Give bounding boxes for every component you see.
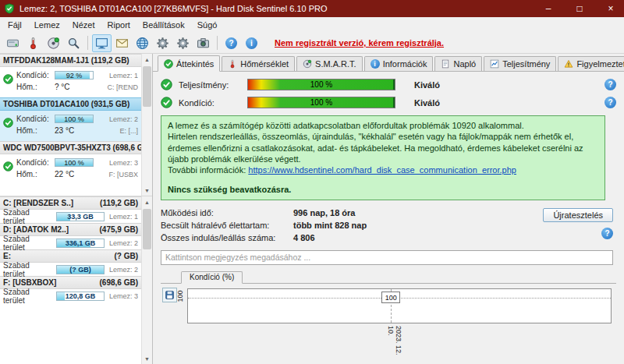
- tab-overview[interactable]: Áttekintés: [158, 55, 220, 72]
- disk-volumes: C: [REND: [107, 83, 138, 91]
- free-space-label: Szabad terület: [3, 261, 53, 278]
- menu-help[interactable]: Súgó: [191, 17, 224, 33]
- menu-view[interactable]: Nézet: [66, 17, 101, 33]
- performance-bar: 100 %: [247, 79, 395, 90]
- partition-item-c[interactable]: C: [RENDSZER S..](119,2 GB) Szabad terül…: [0, 196, 141, 223]
- app-logo-icon: [4, 3, 15, 14]
- toolbar-separator: [217, 36, 218, 50]
- disk-status-check-icon: [3, 118, 13, 128]
- tab-alerts[interactable]: Figyelmeztetések: [558, 56, 624, 71]
- disk-item-toshiba-selected[interactable]: TOSHIBA DT01ACA100 (931,5 GB) Kondíció: …: [0, 97, 141, 141]
- message-line2: Hirtelen rendszerleállás, összeomlás, új…: [168, 131, 598, 164]
- chart-tab-condition[interactable]: Kondíció (%): [181, 271, 243, 284]
- minimize-button[interactable]: –: [535, 0, 562, 17]
- partition-list-scrollbar[interactable]: ▲ ▼: [141, 196, 152, 364]
- chart-body: 100 100 2023. 12. 10.: [161, 284, 616, 364]
- more-info-label: További információk:: [168, 165, 248, 175]
- partition-list: C: [RENDSZER S..](119,2 GB) Szabad terül…: [0, 196, 141, 364]
- chart-icon: [490, 59, 499, 69]
- temperature-label: Hőm.:: [16, 170, 52, 178]
- status-message-box: A lemez és a számítógép közötti adatkapc…: [161, 115, 605, 200]
- partition-item-d[interactable]: D: [ADATOK M2..](475,9 GB) Szabad terüle…: [0, 223, 141, 249]
- save-chart-button[interactable]: [162, 288, 177, 302]
- message-line1: A lemez és a számítógép közötti adatkapc…: [168, 120, 598, 131]
- about-button[interactable]: i: [242, 34, 261, 52]
- disk-volumes: E: [...]: [119, 127, 138, 135]
- monitor-icon: [95, 37, 108, 50]
- chart-tab-bar: Kondíció (%): [161, 270, 616, 284]
- disk-item-mtfddak[interactable]: MTFDDAK128MAM-1J1 (119,2 GB) Kondíció: 9…: [0, 54, 141, 97]
- envelope-icon: [115, 37, 129, 50]
- help-icon[interactable]: ?: [604, 79, 616, 90]
- partition-disk-number: Lemez: 2: [109, 239, 138, 247]
- partition-name: F: [USBXBOX]: [3, 278, 56, 287]
- temperature-button[interactable]: [23, 34, 43, 52]
- partition-item-e[interactable]: E:(? GB) Szabad terület (? GB) Lemez: 2: [0, 249, 141, 276]
- register-notice-link[interactable]: Nem regisztrált verzió, kérem regisztrál…: [275, 38, 444, 48]
- partition-item-f[interactable]: F: [USBXBOX](698,6 GB) Szabad terület 12…: [0, 276, 141, 302]
- tab-smart[interactable]: S.M.A.R.T.: [296, 56, 363, 71]
- free-space-bar: (? GB): [56, 265, 105, 274]
- smart-icon: [303, 59, 312, 69]
- retest-button[interactable]: Újratesztelés: [543, 208, 613, 222]
- temperature-value: 23 °C: [55, 126, 74, 135]
- condition-label: Kondíció:: [16, 115, 52, 123]
- double-gear-icon: [176, 37, 190, 50]
- scrollbar-track[interactable]: [142, 207, 152, 353]
- menu-settings[interactable]: Beállítások: [136, 17, 191, 33]
- overview-disk-button[interactable]: [3, 34, 23, 52]
- disk-search-button[interactable]: [64, 34, 83, 52]
- help-button[interactable]: ?: [222, 34, 241, 52]
- partition-name: E:: [3, 252, 11, 260]
- gear-icon: [156, 37, 169, 50]
- partition-name: C: [RENDSZER S..]: [3, 199, 73, 207]
- network-button[interactable]: [133, 34, 152, 52]
- menu-file[interactable]: Fájl: [2, 17, 28, 33]
- disk-list-scrollbar[interactable]: ▲ ▼: [141, 54, 152, 196]
- condition-label: Kondíció:: [16, 71, 52, 80]
- temperature-label: Hőm.:: [16, 126, 52, 135]
- disk-name: WDC WD7500BPVT-35HXZT3 (698,6 GB): [0, 141, 141, 154]
- menu-disk[interactable]: Lemez: [28, 17, 66, 33]
- health-bar: 100 %: [247, 97, 395, 108]
- title-bar: Lemez: 2, TOSHIBA DT01ACA100 [27KB6MVFS]…: [0, 0, 624, 17]
- more-info-link[interactable]: https://www.hdsentinel.com/hard_disk_cas…: [248, 165, 516, 175]
- magnifier-icon: [67, 37, 80, 50]
- help-icon[interactable]: ?: [601, 228, 613, 239]
- tab-temperature[interactable]: Hőmérséklet: [222, 56, 295, 71]
- preferences-button[interactable]: [173, 34, 193, 52]
- performance-rating: Kiváló: [414, 80, 440, 90]
- scrollbar-thumb[interactable]: [143, 66, 151, 107]
- partition-size: (? GB): [114, 252, 138, 260]
- scroll-up-button[interactable]: ▲: [142, 196, 152, 207]
- page-icon: [441, 59, 450, 69]
- tab-log[interactable]: Napló: [434, 56, 482, 71]
- help-icon[interactable]: ?: [604, 97, 616, 108]
- scrollbar-thumb[interactable]: [143, 209, 151, 249]
- chart-plot-area: 100 100: [187, 288, 612, 323]
- menu-report[interactable]: Riport: [101, 17, 136, 33]
- settings-button[interactable]: [153, 34, 172, 52]
- tab-information[interactable]: iInformációk: [364, 56, 434, 71]
- main-panel: Áttekintés Hőmérséklet S.M.A.R.T. iInfor…: [153, 54, 624, 364]
- close-button[interactable]: ×: [597, 0, 624, 17]
- maximize-button[interactable]: □: [566, 0, 593, 17]
- disk-number: Lemez: 3: [109, 159, 138, 167]
- disk-item-wdc[interactable]: WDC WD7500BPVT-35HXZT3 (698,6 GB) Kondíc…: [0, 141, 141, 185]
- report-panel-button[interactable]: [92, 34, 112, 52]
- health-row: Kondíció: 100 % Kiváló ?: [161, 94, 616, 111]
- comment-input[interactable]: [161, 250, 613, 265]
- health-label: Kondíció:: [179, 98, 241, 108]
- disk-number: Lemez: 1: [109, 72, 138, 80]
- scroll-up-button[interactable]: ▲: [142, 54, 152, 65]
- email-report-button[interactable]: [112, 34, 132, 52]
- scrollbar-track[interactable]: [142, 65, 152, 185]
- smart-button[interactable]: [44, 34, 63, 52]
- scroll-down-button[interactable]: ▼: [142, 185, 152, 196]
- tab-performance[interactable]: Teljesítmény: [484, 56, 556, 71]
- partition-disk-number: Lemez: 2: [109, 266, 138, 274]
- screenshot-button[interactable]: [193, 34, 213, 52]
- scroll-down-button[interactable]: ▼: [142, 353, 152, 364]
- disk-list-section: MTFDDAK128MAM-1J1 (119,2 GB) Kondíció: 9…: [0, 54, 152, 196]
- toolbar-separator: [87, 36, 88, 50]
